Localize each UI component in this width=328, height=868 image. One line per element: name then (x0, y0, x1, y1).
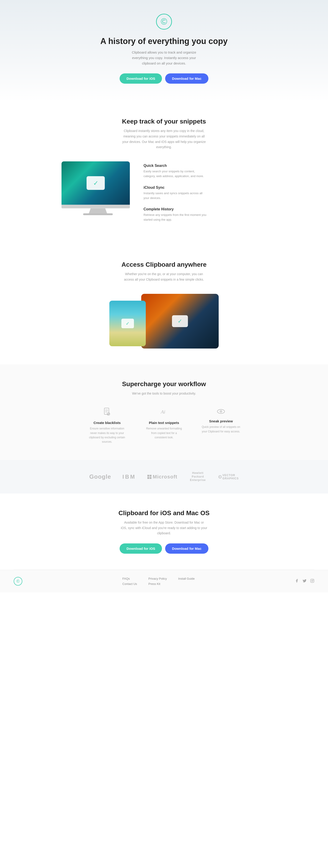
feature-desc-1: Easily search your snippets by content, … (143, 169, 207, 179)
access-title: Access Clipboard anywhere (9, 261, 319, 268)
access-section: Access Clipboard anywhere Whether you're… (0, 245, 328, 365)
footer-link-contact[interactable]: Contact Us (122, 582, 137, 586)
mac-screen-image: ✓ (62, 161, 130, 205)
facebook-icon[interactable] (295, 579, 299, 584)
workflow-desc-3: Quick preview of all snippets on your Cl… (202, 425, 240, 434)
feature-quick-search: Quick Search Easily search your snippets… (143, 164, 266, 179)
workflow-desc-2: Remove unwanted formatting from copied t… (145, 427, 183, 440)
tablet-check-icon: ✓ (172, 315, 188, 327)
workflow-features: Create blacklists Ensure sensitive infor… (84, 408, 244, 444)
footer-col-3: Install Guide (178, 577, 195, 586)
svg-point-12 (313, 580, 314, 580)
workflow-desc-1: Ensure sensitive information never makes… (88, 427, 126, 444)
feature-title-2: iCloud Sync (143, 186, 266, 190)
mac-stand (89, 208, 107, 213)
feature-complete-history: Complete History Retrieve any snippets f… (143, 207, 266, 222)
feature-title-1: Quick Search (143, 164, 266, 168)
svg-point-11 (311, 580, 313, 582)
cta-download-ios-button[interactable]: Download for iOS (120, 544, 162, 554)
footer: © FAQs Contact Us Privacy Policy Press K… (0, 570, 328, 592)
footer-logo-symbol: © (17, 579, 19, 584)
footer-links: FAQs Contact Us Privacy Policy Press Kit… (122, 577, 195, 586)
mac-mockup: ✓ (62, 161, 134, 215)
download-ios-button[interactable]: Download for iOS (120, 73, 162, 84)
footer-link-privacy[interactable]: Privacy Policy (149, 577, 167, 580)
hero-subtitle: Clipboard allows you to track and organi… (125, 50, 203, 66)
footer-link-faqs[interactable]: FAQs (122, 577, 137, 580)
workflow-title-1: Create blacklists (88, 421, 126, 425)
feature-title-3: Complete History (143, 207, 266, 211)
vector-label: VECTORGRAPHICS (223, 474, 239, 480)
features-list: Quick Search Easily search your snippets… (143, 161, 266, 229)
snippets-subtitle: Clipboard instantly stores any item you … (121, 128, 207, 150)
snippets-section: Keep track of your snippets Clipboard in… (0, 102, 328, 245)
devices-mockup: ✓ ✓ (109, 294, 219, 348)
blacklist-icon (88, 408, 126, 417)
workflow-title-3: Sneak preview (202, 419, 240, 423)
workflow-section: Supercharge your workflow We've got the … (0, 365, 328, 460)
footer-col-1: FAQs Contact Us (122, 577, 137, 586)
instagram-icon[interactable] (310, 579, 314, 584)
cta-title: Clipboard for iOS and Mac OS (5, 509, 323, 517)
logo-ibm: IBM (123, 474, 136, 480)
cta-download-mac-button[interactable]: Download for Mac (165, 544, 208, 554)
phone-check-icon: ✓ (122, 319, 134, 328)
twitter-icon[interactable] (302, 579, 306, 584)
phone-screen: ✓ (109, 301, 146, 346)
plaintext-icon: Ai (145, 408, 183, 417)
cta-buttons: Download for iOS Download for Mac (5, 544, 323, 554)
workflow-blacklists: Create blacklists Ensure sensitive infor… (88, 408, 126, 444)
footer-link-install[interactable]: Install Guide (178, 577, 195, 580)
feature-icloud-sync: iCloud Sync Instantly saves and syncs sn… (143, 186, 266, 200)
hero-buttons: Download for iOS Download for Mac (5, 73, 323, 84)
tablet-mockup: ✓ (141, 294, 219, 348)
svg-rect-10 (311, 579, 314, 582)
svg-rect-0 (104, 408, 109, 414)
mac-check-icon: ✓ (87, 176, 105, 190)
logo-symbol: © (161, 17, 167, 27)
access-subtitle: Whether you're on the go, or at your com… (121, 272, 207, 282)
feature-desc-3: Retrieve any snippets from the first mom… (143, 213, 207, 222)
footer-logo: © (14, 577, 22, 586)
footer-col-2: Privacy Policy Press Kit (149, 577, 167, 586)
logo-google: Google (89, 473, 111, 480)
workflow-title-2: Plain text snippets (145, 421, 183, 425)
hero-section: © A history of everything you copy Clipb… (0, 0, 328, 102)
mac-screen: ✓ (62, 161, 130, 205)
svg-point-9 (221, 411, 221, 412)
hero-logo: © (156, 14, 172, 30)
footer-link-press[interactable]: Press Kit (149, 582, 167, 586)
hero-title: A history of everything you copy (5, 36, 323, 46)
mac-base (62, 205, 130, 208)
phone-mockup: ✓ (109, 301, 146, 346)
download-mac-button[interactable]: Download for Mac (165, 73, 208, 84)
features-row: ✓ Quick Search Easily search your snippe… (62, 161, 266, 229)
logo-microsoft: Microsoft (147, 474, 177, 480)
cta-bottom-section: Clipboard for iOS and Mac OS Available f… (0, 494, 328, 569)
logos-section: Google IBM Microsoft Hewlett PackardEnte… (0, 460, 328, 494)
snippets-title: Keep track of your snippets (9, 118, 319, 125)
workflow-subtitle: We've got the tools to boost your produc… (121, 391, 207, 396)
preview-icon (202, 408, 240, 416)
mac-foot (83, 213, 113, 215)
svg-text:Ai: Ai (160, 409, 165, 414)
tablet-screen: ✓ (141, 294, 219, 348)
microsoft-label: Microsoft (153, 474, 177, 480)
logo-hp: Hewlett PackardEnterprise (189, 471, 207, 482)
workflow-preview: Sneak preview Quick preview of all snipp… (202, 408, 240, 444)
vector-circle-icon: ● (219, 475, 222, 478)
logo-vector: ● VECTORGRAPHICS (219, 474, 239, 480)
workflow-title: Supercharge your workflow (9, 380, 319, 388)
feature-desc-2: Instantly saves and syncs snippets acros… (143, 191, 207, 200)
cta-subtitle: Available for free on the App Store. Dow… (121, 520, 207, 536)
ms-grid-icon (147, 475, 152, 479)
workflow-plaintext: Ai Plain text snippets Remove unwanted f… (145, 408, 183, 444)
footer-social (295, 579, 314, 584)
